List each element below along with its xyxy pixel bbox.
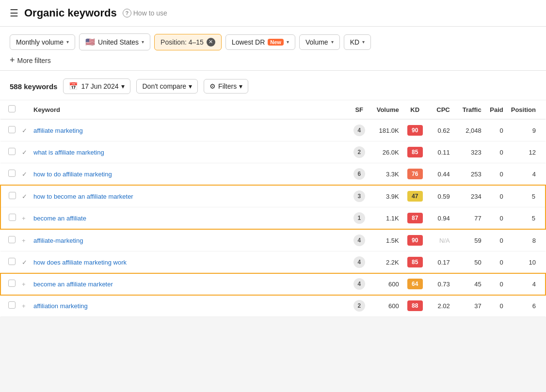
calendar-icon: 📅 — [69, 82, 78, 91]
traffic-cell: 59 — [454, 229, 485, 251]
help-link[interactable]: ? How to use — [123, 9, 167, 17]
keyword-cell[interactable]: what is affiliate marketing — [30, 141, 350, 163]
sf-cell: 4 — [350, 251, 369, 273]
traffic-cell: 323 — [454, 141, 485, 163]
row-checkbox[interactable] — [8, 301, 16, 309]
keyword-cell[interactable]: how to become an affiliate marketer — [30, 185, 350, 207]
row-checkbox-cell — [0, 251, 20, 273]
sf-badge: 4 — [353, 278, 365, 290]
row-icon-cell: + — [20, 207, 30, 230]
row-icon-cell: ✓ — [20, 141, 30, 163]
keyword-col-header: Keyword — [30, 100, 350, 119]
keyword-cell[interactable]: become an affiliate — [30, 207, 350, 230]
dr-filter-btn[interactable]: Lowest DR New ▾ — [225, 34, 295, 50]
kd-cell: 88 — [403, 295, 427, 317]
select-all-header — [0, 100, 20, 119]
keyword-cell[interactable]: how does affiliate marketing work — [30, 251, 350, 273]
country-label: United States — [98, 38, 139, 46]
country-filter-btn[interactable]: 🇺🇸 United States ▾ — [79, 33, 150, 50]
row-checkbox[interactable] — [8, 258, 16, 265]
row-status-icon: + — [22, 281, 26, 288]
kd-cell: 90 — [403, 229, 427, 251]
position-cell: 5 — [507, 185, 546, 207]
row-checkbox[interactable] — [8, 170, 16, 177]
keyword-cell[interactable]: affiliate marketing — [30, 119, 350, 141]
row-icon-cell: ✓ — [20, 163, 30, 186]
paid-cell: 0 — [485, 295, 507, 317]
row-checkbox[interactable] — [8, 148, 16, 155]
volume-cell: 3.3K — [369, 163, 403, 186]
volume-cell: 181.0K — [369, 119, 403, 141]
table-row: ✓ affiliate marketing 4 181.0K 90 0.62 2… — [0, 119, 546, 141]
traffic-cell: 2,048 — [454, 119, 485, 141]
plus-icon: + — [10, 55, 15, 65]
kd-cell: 87 — [403, 207, 427, 230]
sf-cell: 1 — [350, 207, 369, 230]
page-title: Organic keywords — [24, 7, 117, 19]
row-status-icon: ✓ — [22, 171, 27, 178]
cpc-cell: 0.73 — [427, 273, 454, 295]
volume-cell: 3.9K — [369, 185, 403, 207]
sf-cell: 3 — [350, 185, 369, 207]
more-filters-btn[interactable]: + More filters — [10, 55, 536, 65]
row-checkbox[interactable] — [9, 192, 16, 199]
keyword-cell[interactable]: become an affiliate marketer — [30, 273, 350, 295]
row-checkbox[interactable] — [8, 280, 16, 287]
chevron-down-icon: ▾ — [239, 82, 242, 90]
row-checkbox-cell — [0, 229, 20, 251]
sf-badge: 3 — [353, 190, 365, 202]
table-row: ✓ how does affiliate marketing work 4 2.… — [0, 251, 546, 273]
row-icon-cell: ✓ — [20, 119, 30, 141]
row-checkbox[interactable] — [8, 126, 16, 133]
row-status-icon: + — [22, 302, 26, 310]
table-filters-btn[interactable]: ⚙ Filters ▾ — [204, 79, 248, 94]
row-status-icon: ✓ — [22, 193, 27, 200]
row-checkbox-cell — [0, 207, 20, 230]
row-checkbox-cell — [0, 295, 20, 317]
row-checkbox[interactable] — [8, 236, 16, 243]
sf-badge: 4 — [353, 235, 365, 246]
menu-icon[interactable]: ☰ — [10, 7, 18, 19]
paid-cell: 0 — [485, 185, 507, 207]
kd-badge: 85 — [407, 147, 423, 157]
volume-cell: 1.1K — [369, 207, 403, 230]
table-row: ✓ how to become an affiliate marketer 3 … — [0, 185, 546, 207]
help-label: How to use — [133, 9, 167, 17]
row-icon-cell: + — [20, 295, 30, 317]
filters-label: Filters — [218, 82, 237, 90]
volume-cell: 600 — [369, 295, 403, 317]
paid-cell: 0 — [485, 163, 507, 186]
position-filter-btn[interactable]: Position: 4–15 ✕ — [154, 34, 222, 50]
kd-filter-btn[interactable]: KD ▾ — [344, 34, 371, 50]
position-filter-label: Position: 4–15 — [161, 38, 204, 46]
row-checkbox-cell — [0, 141, 20, 163]
volume-cell: 26.0K — [369, 141, 403, 163]
paid-cell: 0 — [485, 229, 507, 251]
volume-cell: 2.2K — [369, 251, 403, 273]
sf-col-header: SF — [350, 100, 369, 119]
keyword-cell[interactable]: affiliation marketing — [30, 295, 350, 317]
row-checkbox[interactable] — [9, 214, 16, 221]
row-checkbox-cell — [0, 119, 20, 141]
table-row: + affiliation marketing 2 600 88 2.02 37… — [0, 295, 546, 317]
paid-cell: 0 — [485, 119, 507, 141]
sf-cell: 6 — [350, 163, 369, 186]
sf-badge: 2 — [353, 300, 365, 312]
chevron-down-icon: ▾ — [287, 39, 289, 45]
keyword-cell[interactable]: how to do affiliate marketing — [30, 163, 350, 186]
date-picker-btn[interactable]: 📅 17 Jun 2024 ▾ — [63, 78, 130, 94]
volume-sort-label: Volume — [305, 38, 328, 46]
close-icon[interactable]: ✕ — [207, 38, 215, 47]
volume-sort-btn[interactable]: Volume ▾ — [299, 34, 340, 50]
table-row: ✓ what is affiliate marketing 2 26.0K 85… — [0, 141, 546, 163]
table-row: + affiliate-marketing 4 1.5K 90 N/A 59 0… — [0, 229, 546, 251]
kd-badge: 87 — [407, 213, 423, 223]
traffic-cell: 50 — [454, 251, 485, 273]
volume-filter-btn[interactable]: Monthly volume ▾ — [10, 34, 75, 50]
position-cell: 10 — [507, 251, 546, 273]
filters-bar: Monthly volume ▾ 🇺🇸 United States ▾ Posi… — [0, 27, 546, 71]
cpc-cell: 0.94 — [427, 207, 454, 230]
keyword-cell[interactable]: affiliate-marketing — [30, 229, 350, 251]
select-all-checkbox[interactable] — [8, 105, 16, 112]
compare-btn[interactable]: Don't compare ▾ — [136, 79, 198, 94]
